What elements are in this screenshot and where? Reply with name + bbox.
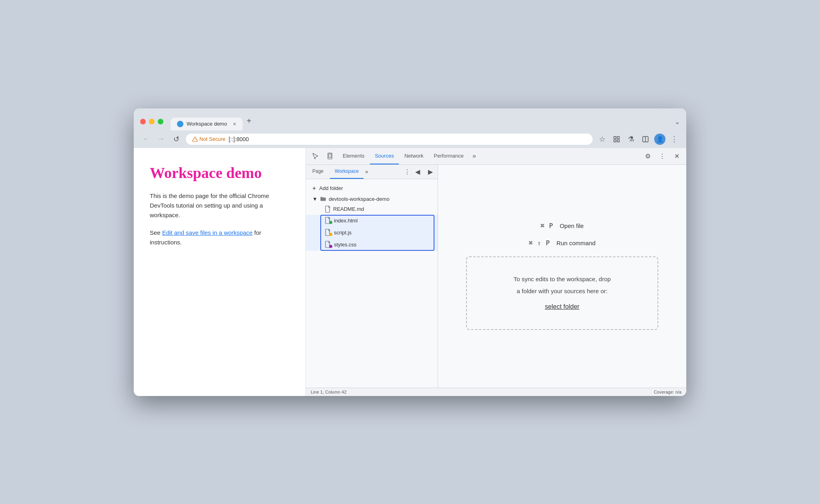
browser-window: 🌐 Workspace demo × + ⌄ ← → ↺ Not Secure … <box>134 108 686 396</box>
folder-item[interactable]: ▼ devtools-workspace-demo <box>306 194 438 204</box>
new-tab-button[interactable]: + <box>243 113 255 129</box>
address-input[interactable]: Not Secure [::]:8000 <box>186 134 593 145</box>
back-button[interactable]: ← <box>140 134 151 145</box>
webpage-content: Workspace demo This is the demo page for… <box>134 148 306 396</box>
panel-tab-page[interactable]: Page <box>308 165 328 179</box>
coverage-status: Coverage: n/a <box>654 390 681 394</box>
chrome-menu-icon[interactable]: ⋮ <box>669 134 680 145</box>
user-avatar[interactable]: 👤 <box>654 134 665 145</box>
devtools-tabs: Elements Sources Network Performance » <box>338 148 640 164</box>
svg-rect-2 <box>614 136 616 138</box>
url-text: [::]:8000 <box>229 136 249 142</box>
panel-menu-icon[interactable]: ⋮ <box>404 168 410 176</box>
tab-title: Workspace demo <box>187 121 227 127</box>
shortcut-open-file-label: Open file <box>560 222 584 229</box>
file-item-styles[interactable]: styles.css <box>306 239 438 251</box>
file-item-index[interactable]: index.html <box>306 215 438 227</box>
workspace-link[interactable]: Edit and save files in a workspace <box>162 229 253 236</box>
title-bar: 🌐 Workspace demo × + ⌄ <box>134 108 686 130</box>
tab-elements[interactable]: Elements <box>338 148 369 164</box>
cursor-position: Line 1, Column 42 <box>311 390 346 394</box>
devtools-panel: Elements Sources Network Performance » ⚙ <box>306 148 686 396</box>
page-title: Workspace demo <box>150 164 289 182</box>
file-item-readme[interactable]: README.md <box>306 204 438 215</box>
tab-sources[interactable]: Sources <box>370 148 399 164</box>
shortcut-open-file: ⌘ P Open file <box>454 222 670 230</box>
status-bar: Line 1, Column 42 Coverage: n/a <box>306 388 686 396</box>
traffic-lights <box>140 119 163 124</box>
drop-zone-line1: To sync edits to the workspace, drop <box>486 273 638 285</box>
forward-button[interactable]: → <box>155 134 167 145</box>
panel-more-tabs-icon[interactable]: » <box>365 168 368 175</box>
extensions-icon[interactable] <box>611 134 622 145</box>
select-folder-link[interactable]: select folder <box>545 303 579 310</box>
tab-network[interactable]: Network <box>400 148 428 164</box>
folder-name: devtools-workspace-demo <box>329 196 390 202</box>
devtools-close-button[interactable]: ✕ <box>670 150 683 162</box>
tab-close-button[interactable]: × <box>233 121 236 127</box>
svg-rect-4 <box>617 140 619 142</box>
svg-rect-3 <box>617 136 619 138</box>
file-readme-icon <box>325 206 331 213</box>
tab-favicon: 🌐 <box>177 121 183 127</box>
more-tabs-icon[interactable]: » <box>469 152 479 160</box>
file-purple-dot <box>329 245 332 248</box>
close-traffic-light[interactable] <box>140 119 146 124</box>
warning-icon <box>192 136 198 142</box>
panel-tab-workspace[interactable]: Workspace <box>330 165 364 179</box>
svg-rect-9 <box>329 154 331 158</box>
inspect-element-button[interactable] <box>309 150 322 162</box>
file-green-dot <box>329 221 332 224</box>
panel-collapse-button[interactable]: ◀ <box>412 166 423 177</box>
tab-performance[interactable]: Performance <box>429 148 468 164</box>
devtools-menu-button[interactable]: ⋮ <box>656 150 669 162</box>
panel-tabs: Page Workspace » ⋮ ◀ ▶ <box>306 165 438 179</box>
page-body-text: This is the demo page for the official C… <box>150 191 289 220</box>
devtools-toolbar: Elements Sources Network Performance » ⚙ <box>306 148 686 165</box>
plus-icon: + <box>312 185 316 192</box>
devtools-settings-button[interactable]: ⚙ <box>641 150 654 162</box>
bookmark-icon[interactable]: ☆ <box>597 134 608 145</box>
folder-icon <box>320 196 326 202</box>
drop-zone-line2: a folder with your sources here or: <box>486 285 638 297</box>
add-folder-button[interactable]: + Add folder <box>306 182 438 194</box>
folder-expand-icon: ▼ <box>312 196 318 202</box>
svg-rect-5 <box>614 140 616 142</box>
split-icon[interactable] <box>640 134 651 145</box>
shortcut-run-command: ⌘ ⇧ P Run command <box>454 239 670 247</box>
kbd-cmd-shift-p: ⌘ ⇧ P <box>529 239 550 247</box>
tab-bar: 🌐 Workspace demo × + <box>171 113 671 130</box>
file-tree: + Add folder ▼ devtools-workspace-demo <box>306 179 438 388</box>
maximize-traffic-light[interactable] <box>158 119 163 124</box>
tab-chevron-icon[interactable]: ⌄ <box>675 118 680 126</box>
not-secure-text: Not Secure <box>199 136 225 142</box>
file-item-script[interactable]: script.js <box>306 227 438 239</box>
highlighted-files-group: index.html <box>306 215 438 251</box>
main-content: Workspace demo This is the demo page for… <box>134 148 686 396</box>
device-toolbar-button[interactable] <box>324 150 336 162</box>
not-secure-indicator: Not Secure <box>192 136 225 142</box>
workspace-right-panel: ⌘ P Open file ⌘ ⇧ P Run command To sync … <box>438 165 686 388</box>
devtools-body: Page Workspace » ⋮ ◀ ▶ + Add folder <box>306 165 686 388</box>
minimize-traffic-light[interactable] <box>149 119 155 124</box>
shortcut-run-command-label: Run command <box>557 240 596 246</box>
page-see-text: See Edit and save files in a workspace f… <box>150 228 289 247</box>
file-panel: Page Workspace » ⋮ ◀ ▶ + Add folder <box>306 165 438 388</box>
address-bar: ← → ↺ Not Secure [::]:8000 ☆ ⚗ <box>134 130 686 148</box>
kbd-cmd-p: ⌘ P <box>541 222 553 230</box>
reload-button[interactable]: ↺ <box>171 134 182 145</box>
devtools-toolbar-right: ⚙ ⋮ ✕ <box>641 150 683 162</box>
drop-zone[interactable]: To sync edits to the workspace, drop a f… <box>466 256 658 330</box>
labs-icon[interactable]: ⚗ <box>625 134 637 145</box>
file-orange-dot <box>329 233 332 236</box>
browser-toolbar-icons: ☆ ⚗ 👤 ⋮ <box>597 134 680 145</box>
active-tab[interactable]: 🌐 Workspace demo × <box>171 118 243 130</box>
panel-expand-button[interactable]: ▶ <box>425 166 436 177</box>
